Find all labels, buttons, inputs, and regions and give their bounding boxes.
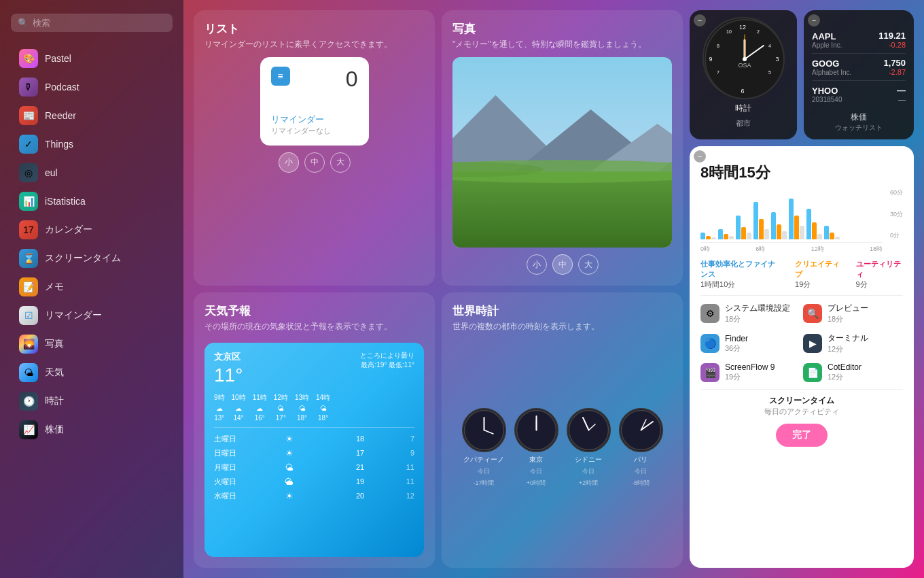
weather-location: 文京区	[214, 351, 243, 363]
clock-sydney-offset: +2時間	[579, 479, 598, 488]
stocks-remove-button[interactable]: −	[808, 14, 820, 27]
svg-text:12: 12	[739, 24, 746, 31]
screentime-chart	[700, 188, 883, 243]
app-preview-icon: 🔍	[803, 304, 822, 323]
size-small[interactable]: 小	[279, 152, 299, 173]
day-saturday: 土曜日 ☀ 18 7	[214, 432, 414, 446]
things-icon: ✓	[19, 135, 38, 154]
things-label: Things	[45, 139, 73, 150]
pastel-label: Pastel	[45, 53, 71, 64]
sidebar-item-weather[interactable]: 🌤天気	[5, 358, 178, 387]
sidebar-item-stocks[interactable]: 📈株価	[5, 415, 178, 444]
clock-tokyo-offset: +0時間	[527, 479, 546, 488]
photos-label: 写真	[45, 338, 64, 350]
screentime-widget: − 8時間15分 60分 30分 0分	[690, 146, 914, 568]
stocks-sub: ウォッチリスト	[835, 123, 883, 133]
size-large[interactable]: 大	[330, 152, 351, 173]
stock-yhoo-price: —	[897, 85, 906, 95]
stock-aapl-ticker: AAPL	[812, 31, 842, 41]
list-link[interactable]: リマインダー	[271, 114, 358, 126]
sidebar-item-memo[interactable]: 📝メモ	[5, 273, 178, 301]
app-terminal: ▶ ターミナル 12分	[803, 330, 903, 357]
list-widget-card: ≡ 0 リマインダー リマインダーなし	[260, 57, 369, 146]
weather-hours: 9時☁13° 10時☁14° 11時☁16° 12時🌤17° 13時🌤18° 1…	[214, 393, 414, 422]
photos-size-large[interactable]: 大	[578, 254, 599, 275]
clock-paris-offset: -8時間	[632, 479, 650, 488]
weather-card: 文京区 11° ところにより曇り 最高:19° 最低:11° 9時☁13° 10…	[205, 343, 424, 557]
analog-clock-sydney	[567, 408, 611, 452]
sidebar-item-clock[interactable]: 🕐時計	[5, 387, 178, 415]
podcast-icon: 🎙	[19, 78, 38, 97]
sidebar-item-photos[interactable]: 🌄写真	[5, 330, 178, 358]
search-input[interactable]	[33, 18, 166, 28]
screentime-label: スクリーンタイム	[45, 252, 121, 265]
eul-icon: ◎	[19, 163, 38, 182]
sidebar-item-things[interactable]: ✓Things	[5, 130, 178, 158]
screentime-footer-sub: 毎日のアクティビティ	[700, 407, 903, 417]
weather-temp: 11°	[214, 364, 243, 386]
memo-icon: 📝	[19, 277, 38, 296]
svg-text:4: 4	[768, 44, 771, 48]
clock-icon: 🕐	[19, 392, 38, 411]
day-wednesday: 水曜日 ☀ 20 12	[214, 489, 414, 503]
day-tuesday: 火曜日 🌥 19 11	[214, 475, 414, 489]
sidebar-item-calendar[interactable]: 17カレンダー	[5, 216, 178, 244]
screentime-categories: 仕事効率化とファイナンス 1時間10分 クリエイティブ 19分 ユーティリティ …	[700, 259, 903, 290]
sidebar-item-eul[interactable]: ◎eul	[5, 158, 178, 187]
reminder-icon: ☑	[19, 306, 38, 325]
photos-size-medium[interactable]: 中	[552, 254, 573, 275]
sidebar-item-reminder[interactable]: ☑リマインダー	[5, 301, 178, 330]
list-size-buttons: 小 中 大	[205, 152, 424, 173]
clock-widget: − 12 3 6 9 10 2 8 4 7 5	[690, 10, 797, 139]
svg-text:OSA: OSA	[738, 62, 751, 69]
size-medium[interactable]: 中	[304, 152, 325, 173]
memo-label: メモ	[45, 281, 64, 293]
main-content: リスト リマインダーのリストに素早くアクセスできます。 ≡ 0 リマインダー リ…	[183, 0, 924, 578]
weather-desc: その場所の現在の気象状況と予報を表示できます。	[205, 321, 424, 333]
stocks-widget: − AAPL Apple Inc. 119.21 -0.28	[804, 10, 914, 139]
sidebar-item-reeder[interactable]: 📰Reeder	[5, 101, 178, 130]
app-coteditor-icon: 📄	[803, 363, 822, 382]
eul-label: eul	[45, 167, 58, 178]
search-bar[interactable]: 🔍	[11, 14, 173, 32]
app-screenflow-icon: 🎬	[700, 363, 719, 382]
analog-clock-tokyo	[514, 408, 558, 452]
sidebar-item-podcast[interactable]: 🎙Podcast	[5, 73, 178, 101]
stock-aapl: AAPL Apple Inc. 119.21 -0.28	[812, 27, 906, 54]
clock-widget-sub: 都市	[736, 118, 751, 129]
sidebar-item-istatistica[interactable]: 📊iStatistica	[5, 187, 178, 216]
list-widget-section: リスト リマインダーのリストに素早くアクセスできます。 ≡ 0 リマインダー リ…	[194, 10, 435, 286]
cat-creative: クリエイティブ 19分	[795, 259, 842, 290]
app-finder: 🔵 Finder 36分	[700, 330, 800, 357]
clock-label: 時計	[45, 395, 64, 407]
screentime-remove-button[interactable]: −	[694, 150, 706, 163]
sidebar-item-screentime[interactable]: ⌛スクリーンタイム	[5, 244, 178, 273]
clock-paris-label: パリ	[634, 455, 647, 464]
clock-cupertino: クパティーノ 今日 -17時間	[462, 408, 506, 488]
photos-size-small[interactable]: 小	[527, 254, 547, 275]
svg-text:10: 10	[726, 29, 732, 34]
stock-yhoo-ticker: YHOO	[812, 86, 842, 96]
cat-utility: ユーティリティ 9分	[856, 259, 903, 290]
clock-sydney: シドニー 今日 +2時間	[567, 408, 611, 488]
app-terminal-icon: ▶	[803, 334, 822, 353]
stock-goog-change: -2.87	[883, 68, 906, 76]
big-analog-clock: 12 3 6 9 10 2 8 4 7 5 OSA	[703, 17, 784, 99]
photos-size-buttons: 小 中 大	[452, 254, 672, 275]
hour-12: 12時🌤17°	[274, 393, 288, 422]
sidebar-item-pastel[interactable]: 🎨Pastel	[5, 44, 178, 73]
svg-text:5: 5	[768, 70, 771, 75]
app-screenflow: 🎬 ScreenFlow 9 19分	[700, 360, 800, 385]
day-monday: 月曜日 🌤 21 11	[214, 460, 414, 475]
weather-widget-section: 天気予報 その場所の現在の気象状況と予報を表示できます。 文京区 11° ところ…	[194, 292, 435, 568]
done-button[interactable]: 完了	[776, 424, 828, 447]
clock-paris-date: 今日	[635, 467, 647, 476]
svg-point-36	[743, 57, 747, 61]
svg-text:7: 7	[717, 70, 719, 75]
stock-yhoo: YHOO 20318540 — —	[812, 81, 906, 107]
app-times-grid: ⚙ システム環境設定 18分 🔍 プレビュー 18分 🔵	[700, 300, 903, 385]
cat-productivity: 仕事効率化とファイナンス 1時間10分	[700, 259, 781, 290]
calendar-label: カレンダー	[45, 224, 92, 236]
chart-yaxis: 60分 30分 0分	[890, 188, 903, 240]
stock-aapl-price: 119.21	[878, 31, 906, 41]
